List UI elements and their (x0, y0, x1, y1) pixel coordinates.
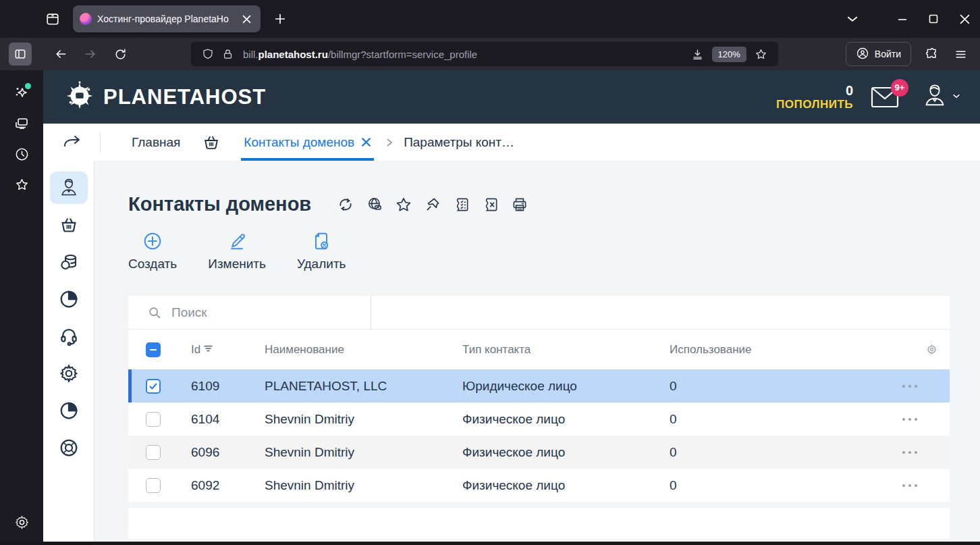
column-header-type[interactable]: Тип контакта (462, 343, 670, 357)
search-bar[interactable]: Поиск (128, 296, 950, 330)
export-excel-icon[interactable] (482, 196, 499, 213)
row-menu-icon[interactable] (902, 418, 917, 421)
cell-name: Shevnin Dmitriy (265, 445, 462, 460)
sidebar-item-client-profile[interactable] (50, 172, 88, 204)
sidebar-item-stats[interactable] (50, 283, 88, 315)
balance-box[interactable]: 0 ПОПОЛНИТЬ (776, 83, 853, 111)
download-icon[interactable] (691, 48, 704, 61)
row-menu-icon[interactable] (902, 451, 917, 454)
shield-icon[interactable] (202, 48, 214, 60)
sidebar-item-support[interactable] (50, 320, 88, 353)
pin-icon[interactable] (424, 196, 441, 213)
row-menu-icon[interactable] (902, 484, 917, 487)
log-list-icon[interactable] (453, 196, 470, 213)
row-checkbox[interactable] (146, 412, 161, 427)
search-icon (147, 305, 162, 320)
user-menu[interactable] (922, 83, 961, 111)
row-checkbox-checked[interactable] (146, 379, 161, 394)
table-row[interactable]: 6096 Shevnin Dmitriy Физическое лицо 0 (128, 436, 950, 469)
edit-button[interactable]: Изменить (208, 230, 266, 271)
sidebar-toggle-icon[interactable] (9, 43, 32, 66)
close-window-button[interactable] (949, 5, 980, 32)
browser-window: Хостинг-провайдер PlanetaHo (0, 0, 980, 545)
login-button[interactable]: Войти (846, 42, 911, 66)
browser-tab[interactable]: Хостинг-провайдер PlanetaHo (73, 5, 261, 32)
app-sidebar (43, 161, 94, 542)
filter-area[interactable] (371, 296, 950, 330)
url-bar[interactable]: bill.planetahost.ru/billmgr?startform=se… (191, 42, 778, 66)
column-header-usage[interactable]: Использование (670, 343, 926, 357)
refresh-icon[interactable] (337, 196, 354, 213)
balance-value: 0 (776, 83, 853, 98)
forward-button[interactable] (79, 43, 102, 66)
mail-badge: 9+ (891, 79, 908, 97)
pencil-icon (226, 230, 248, 252)
row-checkbox[interactable] (146, 445, 161, 460)
sidebar-item-settings[interactable] (50, 357, 88, 390)
back-button[interactable] (49, 43, 72, 66)
planetahost-logo[interactable]: PLANETAHOST (64, 80, 266, 114)
document-remove-icon (310, 230, 332, 252)
table-settings-gear-icon[interactable] (926, 344, 937, 355)
user-icon (922, 83, 948, 111)
cell-name: Shevnin Dmitriy (265, 478, 462, 493)
table-row[interactable]: 6109 PLANETAHOST, LLC Юридическое лицо 0 (128, 369, 950, 403)
sidebar-item-help[interactable] (50, 432, 88, 464)
sidebar-item-finance[interactable] (50, 246, 88, 278)
history-clock-icon[interactable] (8, 140, 35, 167)
bookmark-star-icon[interactable] (755, 48, 767, 61)
maximize-button[interactable] (918, 5, 949, 32)
expand-menu-arrow-icon[interactable] (62, 134, 82, 151)
user-chevron-icon (952, 91, 961, 103)
main-panel: Контакты доменов (94, 161, 980, 542)
create-button[interactable]: Создать (128, 230, 177, 271)
tab-close-icon[interactable] (239, 11, 254, 26)
sidebar-item-basket[interactable] (50, 209, 88, 241)
mail-button[interactable]: 9+ (871, 86, 899, 109)
reload-button[interactable] (109, 43, 132, 66)
extensions-puzzle-icon[interactable] (921, 43, 944, 66)
basket-tab-icon[interactable] (202, 133, 221, 152)
cell-name: PLANETAHOST, LLC (265, 379, 462, 394)
planet-logo-icon (64, 80, 95, 114)
site-header: PLANETAHOST 0 ПОПОЛНИТЬ 9+ (43, 70, 980, 124)
tab-home[interactable]: Главная (132, 135, 180, 150)
favorite-star-icon[interactable] (395, 196, 412, 213)
window-controls (837, 5, 980, 32)
edit-label: Изменить (208, 257, 266, 271)
cell-id: 6092 (191, 478, 265, 493)
tab-domain-contacts-label: Контакты доменов (244, 135, 354, 150)
firefox-sidebar (0, 70, 43, 542)
tab-domain-contacts[interactable]: Контакты доменов (241, 124, 374, 161)
bookmarks-star-icon[interactable] (8, 171, 35, 198)
cell-id: 6096 (191, 445, 265, 460)
tab-close-x-icon[interactable] (361, 137, 371, 147)
row-menu-icon[interactable] (902, 385, 917, 388)
hamburger-menu-icon[interactable] (949, 43, 972, 66)
topup-link[interactable]: ПОПОЛНИТЬ (776, 98, 853, 111)
new-tab-button[interactable] (270, 9, 290, 29)
row-checkbox[interactable] (146, 478, 161, 493)
column-header-name[interactable]: Наименование (265, 343, 462, 357)
cell-usage: 0 (670, 445, 902, 460)
tab-contact-params[interactable]: Параметры конт… (404, 135, 514, 150)
account-icon (856, 47, 869, 62)
column-header-id[interactable]: Id (191, 343, 265, 357)
synced-tabs-icon[interactable] (8, 110, 35, 137)
lock-icon[interactable] (222, 49, 234, 60)
domain-link-icon[interactable] (366, 196, 383, 213)
tab-list-chevron-icon[interactable] (837, 5, 868, 32)
minimize-button[interactable] (887, 5, 918, 32)
cell-name: Shevnin Dmitriy (265, 412, 462, 427)
sidebar-item-reports[interactable] (50, 394, 88, 427)
ai-chatbot-icon[interactable] (8, 80, 35, 107)
table-row[interactable]: 6104 Shevnin Dmitriy Физическое лицо 0 (128, 403, 950, 436)
delete-button[interactable]: Удалить (297, 230, 346, 271)
print-icon[interactable] (511, 196, 528, 213)
zoom-level-badge[interactable]: 120% (712, 47, 746, 62)
sidebar-settings-gear-icon[interactable] (8, 509, 35, 536)
firefox-view-icon[interactable] (43, 9, 62, 28)
select-all-checkbox[interactable] (146, 342, 161, 357)
table-row[interactable]: 6092 Shevnin Dmitriy Физическое лицо 0 (128, 469, 950, 502)
create-label: Создать (128, 257, 177, 271)
